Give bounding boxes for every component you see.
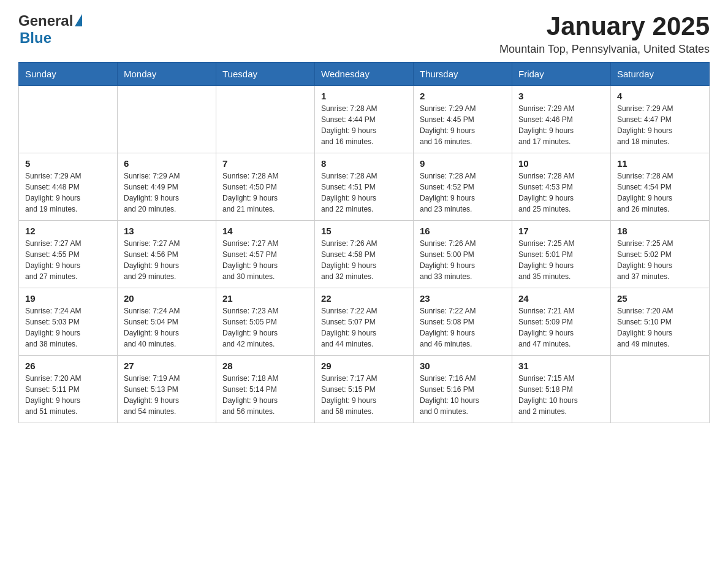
day-number: 25 <box>617 293 703 304</box>
day-info: Sunrise: 7:29 AM Sunset: 4:46 PM Dayligh… <box>518 103 604 147</box>
day-cell: 28Sunrise: 7:18 AM Sunset: 5:14 PM Dayli… <box>216 356 315 423</box>
day-number: 7 <box>222 158 308 169</box>
day-number: 8 <box>321 158 407 169</box>
day-info: Sunrise: 7:29 AM Sunset: 4:48 PM Dayligh… <box>25 170 111 215</box>
day-number: 5 <box>25 158 111 169</box>
day-cell: 2Sunrise: 7:29 AM Sunset: 4:45 PM Daylig… <box>414 86 512 153</box>
page-header: General Blue January 2025 Mountain Top, … <box>18 12 710 56</box>
day-info: Sunrise: 7:20 AM Sunset: 5:10 PM Dayligh… <box>617 305 703 350</box>
week-row-3: 12Sunrise: 7:27 AM Sunset: 4:55 PM Dayli… <box>19 221 710 288</box>
calendar-subtitle: Mountain Top, Pennsylvania, United State… <box>499 43 710 56</box>
day-number: 3 <box>518 91 604 101</box>
day-info: Sunrise: 7:23 AM Sunset: 5:05 PM Dayligh… <box>222 305 308 350</box>
day-cell: 23Sunrise: 7:22 AM Sunset: 5:08 PM Dayli… <box>414 288 512 356</box>
day-info: Sunrise: 7:29 AM Sunset: 4:47 PM Dayligh… <box>617 103 703 147</box>
header-row: SundayMondayTuesdayWednesdayThursdayFrid… <box>19 63 710 86</box>
day-cell: 27Sunrise: 7:19 AM Sunset: 5:13 PM Dayli… <box>118 356 216 423</box>
day-number: 13 <box>124 226 210 236</box>
day-cell <box>611 356 710 423</box>
day-number: 30 <box>420 361 506 371</box>
day-number: 1 <box>321 91 407 101</box>
day-info: Sunrise: 7:29 AM Sunset: 4:49 PM Dayligh… <box>124 170 210 215</box>
day-info: Sunrise: 7:29 AM Sunset: 4:45 PM Dayligh… <box>420 103 506 147</box>
day-info: Sunrise: 7:15 AM Sunset: 5:18 PM Dayligh… <box>518 373 604 417</box>
week-row-1: 1Sunrise: 7:28 AM Sunset: 4:44 PM Daylig… <box>19 86 710 153</box>
day-info: Sunrise: 7:26 AM Sunset: 4:58 PM Dayligh… <box>321 238 407 282</box>
day-number: 2 <box>420 91 506 101</box>
header-cell-friday: Friday <box>512 63 611 86</box>
day-info: Sunrise: 7:24 AM Sunset: 5:03 PM Dayligh… <box>25 305 111 350</box>
week-row-5: 26Sunrise: 7:20 AM Sunset: 5:11 PM Dayli… <box>19 356 710 423</box>
day-cell: 15Sunrise: 7:26 AM Sunset: 4:58 PM Dayli… <box>315 221 414 288</box>
day-cell: 9Sunrise: 7:28 AM Sunset: 4:52 PM Daylig… <box>414 153 512 221</box>
day-cell: 4Sunrise: 7:29 AM Sunset: 4:47 PM Daylig… <box>611 86 710 153</box>
logo-general-text: General <box>18 12 73 29</box>
calendar-title: January 2025 <box>499 12 710 40</box>
day-cell: 18Sunrise: 7:25 AM Sunset: 5:02 PM Dayli… <box>611 221 710 288</box>
header-cell-tuesday: Tuesday <box>216 63 315 86</box>
day-info: Sunrise: 7:27 AM Sunset: 4:57 PM Dayligh… <box>222 238 308 282</box>
header-cell-saturday: Saturday <box>611 63 710 86</box>
day-cell: 20Sunrise: 7:24 AM Sunset: 5:04 PM Dayli… <box>118 288 216 356</box>
day-cell: 11Sunrise: 7:28 AM Sunset: 4:54 PM Dayli… <box>611 153 710 221</box>
day-info: Sunrise: 7:17 AM Sunset: 5:15 PM Dayligh… <box>321 373 407 417</box>
day-cell: 10Sunrise: 7:28 AM Sunset: 4:53 PM Dayli… <box>512 153 611 221</box>
day-info: Sunrise: 7:28 AM Sunset: 4:53 PM Dayligh… <box>518 170 604 215</box>
day-cell: 1Sunrise: 7:28 AM Sunset: 4:44 PM Daylig… <box>315 86 414 153</box>
day-info: Sunrise: 7:18 AM Sunset: 5:14 PM Dayligh… <box>222 373 308 417</box>
day-number: 20 <box>124 293 210 304</box>
day-cell: 30Sunrise: 7:16 AM Sunset: 5:16 PM Dayli… <box>414 356 512 423</box>
header-cell-sunday: Sunday <box>19 63 118 86</box>
day-cell: 26Sunrise: 7:20 AM Sunset: 5:11 PM Dayli… <box>19 356 118 423</box>
header-cell-thursday: Thursday <box>414 63 512 86</box>
day-cell: 3Sunrise: 7:29 AM Sunset: 4:46 PM Daylig… <box>512 86 611 153</box>
day-number: 21 <box>222 293 308 304</box>
day-info: Sunrise: 7:28 AM Sunset: 4:44 PM Dayligh… <box>321 103 407 147</box>
day-cell: 19Sunrise: 7:24 AM Sunset: 5:03 PM Dayli… <box>19 288 118 356</box>
day-info: Sunrise: 7:25 AM Sunset: 5:01 PM Dayligh… <box>518 238 604 282</box>
day-cell: 16Sunrise: 7:26 AM Sunset: 5:00 PM Dayli… <box>414 221 512 288</box>
day-info: Sunrise: 7:24 AM Sunset: 5:04 PM Dayligh… <box>124 305 210 350</box>
logo: General Blue <box>18 12 82 47</box>
day-info: Sunrise: 7:28 AM Sunset: 4:52 PM Dayligh… <box>420 170 506 215</box>
day-number: 15 <box>321 226 407 236</box>
header-cell-monday: Monday <box>118 63 216 86</box>
day-number: 9 <box>420 158 506 169</box>
calendar-table: SundayMondayTuesdayWednesdayThursdayFrid… <box>18 62 710 423</box>
day-number: 29 <box>321 361 407 371</box>
day-cell <box>216 86 315 153</box>
day-cell: 5Sunrise: 7:29 AM Sunset: 4:48 PM Daylig… <box>19 153 118 221</box>
day-info: Sunrise: 7:25 AM Sunset: 5:02 PM Dayligh… <box>617 238 703 282</box>
day-cell: 21Sunrise: 7:23 AM Sunset: 5:05 PM Dayli… <box>216 288 315 356</box>
logo-blue-text: Blue <box>20 29 82 47</box>
week-row-2: 5Sunrise: 7:29 AM Sunset: 4:48 PM Daylig… <box>19 153 710 221</box>
day-info: Sunrise: 7:27 AM Sunset: 4:55 PM Dayligh… <box>25 238 111 282</box>
week-row-4: 19Sunrise: 7:24 AM Sunset: 5:03 PM Dayli… <box>19 288 710 356</box>
day-number: 19 <box>25 293 111 304</box>
day-number: 6 <box>124 158 210 169</box>
calendar-body: 1Sunrise: 7:28 AM Sunset: 4:44 PM Daylig… <box>19 86 710 423</box>
day-cell: 25Sunrise: 7:20 AM Sunset: 5:10 PM Dayli… <box>611 288 710 356</box>
day-number: 18 <box>617 226 703 236</box>
day-number: 22 <box>321 293 407 304</box>
day-cell: 22Sunrise: 7:22 AM Sunset: 5:07 PM Dayli… <box>315 288 414 356</box>
day-info: Sunrise: 7:21 AM Sunset: 5:09 PM Dayligh… <box>518 305 604 350</box>
logo-triangle-icon <box>75 14 82 26</box>
day-number: 11 <box>617 158 703 169</box>
calendar-header: SundayMondayTuesdayWednesdayThursdayFrid… <box>19 63 710 86</box>
day-number: 17 <box>518 226 604 236</box>
header-right: January 2025 Mountain Top, Pennsylvania,… <box>499 12 710 56</box>
day-cell: 8Sunrise: 7:28 AM Sunset: 4:51 PM Daylig… <box>315 153 414 221</box>
day-number: 14 <box>222 226 308 236</box>
day-cell <box>19 86 118 153</box>
day-info: Sunrise: 7:28 AM Sunset: 4:54 PM Dayligh… <box>617 170 703 215</box>
day-info: Sunrise: 7:20 AM Sunset: 5:11 PM Dayligh… <box>25 373 111 417</box>
day-info: Sunrise: 7:26 AM Sunset: 5:00 PM Dayligh… <box>420 238 506 282</box>
day-cell: 6Sunrise: 7:29 AM Sunset: 4:49 PM Daylig… <box>118 153 216 221</box>
day-number: 26 <box>25 361 111 371</box>
day-cell: 13Sunrise: 7:27 AM Sunset: 4:56 PM Dayli… <box>118 221 216 288</box>
day-cell: 7Sunrise: 7:28 AM Sunset: 4:50 PM Daylig… <box>216 153 315 221</box>
day-number: 24 <box>518 293 604 304</box>
day-cell: 24Sunrise: 7:21 AM Sunset: 5:09 PM Dayli… <box>512 288 611 356</box>
day-number: 31 <box>518 361 604 371</box>
